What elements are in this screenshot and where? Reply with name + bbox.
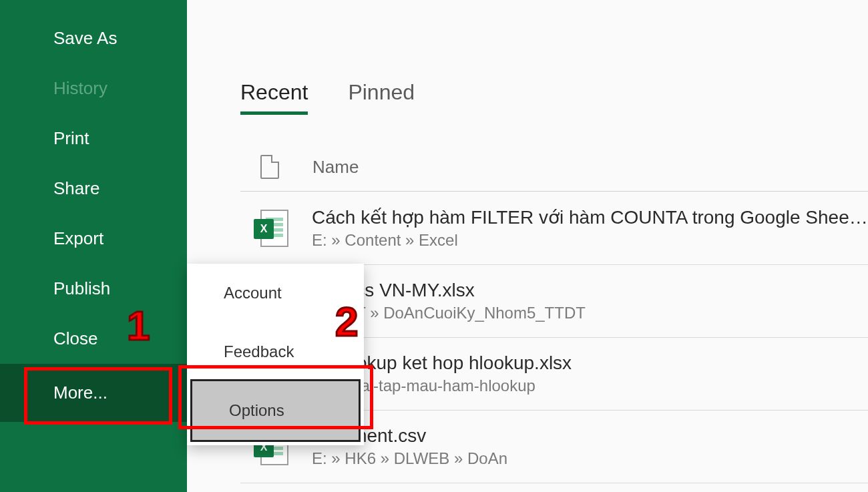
flyout-options[interactable]: Options xyxy=(192,381,359,440)
flyout-account[interactable]: Account xyxy=(187,264,364,322)
more-flyout: Account Feedback Options xyxy=(187,264,364,445)
tabs-row: Recent Pinned xyxy=(240,80,868,115)
list-header: Name xyxy=(240,148,868,192)
sidebar-close[interactable]: Close xyxy=(0,314,187,364)
sidebar-print[interactable]: Print xyxy=(0,113,187,164)
sidebar-more[interactable]: More... xyxy=(0,364,187,422)
tab-recent[interactable]: Recent xyxy=(240,80,308,115)
excel-file-icon: X xyxy=(254,210,288,247)
file-row[interactable]: X Cách kết hợp hàm FILTER với hàm COUNTA… xyxy=(240,192,868,265)
name-column-header: Name xyxy=(312,157,359,178)
sidebar-share[interactable]: Share xyxy=(0,164,187,214)
sidebar-history: History xyxy=(0,63,187,113)
sidebar-export[interactable]: Export xyxy=(0,214,187,264)
sidebar-save-as[interactable]: Save As xyxy=(0,13,187,63)
backstage-sidebar: Save As History Print Share Export Publi… xyxy=(0,0,187,492)
tab-pinned[interactable]: Pinned xyxy=(348,80,415,115)
file-path: E: » HK6 » DLWEB » DoAn xyxy=(312,449,507,468)
file-path: E: » Content » Excel xyxy=(312,231,868,250)
document-icon xyxy=(260,155,279,179)
file-name: Cách kết hợp hàm FILTER với hàm COUNTA t… xyxy=(312,206,868,228)
flyout-feedback[interactable]: Feedback xyxy=(187,322,364,381)
sidebar-publish[interactable]: Publish xyxy=(0,264,187,314)
